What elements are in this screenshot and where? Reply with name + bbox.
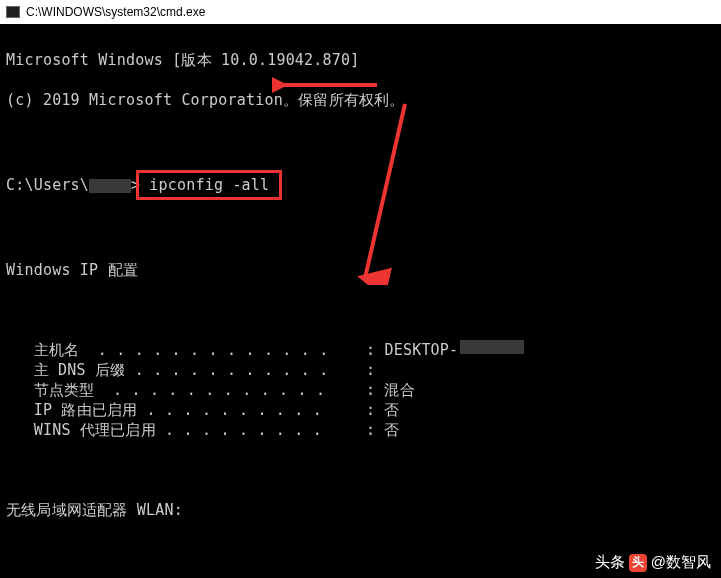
window-titlebar: C:\WINDOWS\system32\cmd.exe [0, 0, 721, 24]
terminal-output[interactable]: Microsoft Windows [版本 10.0.19042.870] (c… [0, 24, 721, 578]
blank-line [6, 460, 715, 480]
watermark-prefix: 头条 [595, 553, 625, 572]
header-line-1: Microsoft Windows [版本 10.0.19042.870] [6, 50, 715, 70]
row-value: 否 [384, 400, 399, 420]
output-row: IP 路由已启用 . . . . . . . . . . : 否 [6, 400, 715, 420]
cmd-icon [6, 6, 20, 18]
prompt-prefix: C:\Users\ [6, 176, 89, 194]
watermark-brand: @数智风 [651, 553, 711, 572]
prompt-line: C:\Users\>ipconfig -all [6, 170, 715, 200]
watermark-logo-icon: 头 [629, 554, 647, 572]
section-ipconfig-rows: 主机名 . . . . . . . . . . . . . : DESKTOP-… [6, 340, 715, 440]
row-value: 否 [384, 420, 399, 440]
censored-value [460, 340, 524, 354]
row-sep: : [366, 400, 384, 420]
row-value: 混合 [384, 380, 414, 400]
header-line-2: (c) 2019 Microsoft Corporation。保留所有权利。 [6, 90, 715, 110]
output-row: 主 DNS 后缀 . . . . . . . . . . . : [6, 360, 715, 380]
section-title-wlan: 无线局域网适配器 WLAN: [6, 500, 715, 520]
row-sep: : [366, 340, 384, 360]
row-label: 主机名 . . . . . . . . . . . . . [6, 340, 366, 360]
output-row: WINS 代理已启用 . . . . . . . . . : 否 [6, 420, 715, 440]
row-sep: : [366, 420, 384, 440]
command-highlight-box: ipconfig -all [136, 170, 282, 200]
row-label: IP 路由已启用 . . . . . . . . . . [6, 400, 366, 420]
row-label: 节点类型 . . . . . . . . . . . . [6, 380, 366, 400]
output-row: 主机名 . . . . . . . . . . . . . : DESKTOP- [6, 340, 715, 360]
window-title: C:\WINDOWS\system32\cmd.exe [26, 0, 205, 24]
section-title-ipconfig: Windows IP 配置 [6, 260, 715, 280]
blank-line [6, 130, 715, 150]
output-row: 节点类型 . . . . . . . . . . . . : 混合 [6, 380, 715, 400]
row-label: 主 DNS 后缀 . . . . . . . . . . . [6, 360, 366, 380]
blank-line [6, 300, 715, 320]
typed-command: ipconfig -all [149, 176, 269, 194]
watermark: 头条 头 @数智风 [595, 553, 711, 572]
censored-username [89, 179, 131, 193]
row-label: WINS 代理已启用 . . . . . . . . . [6, 420, 366, 440]
row-value: DESKTOP- [384, 340, 458, 360]
row-sep: : [366, 360, 384, 380]
row-sep: : [366, 380, 384, 400]
blank-line [6, 220, 715, 240]
